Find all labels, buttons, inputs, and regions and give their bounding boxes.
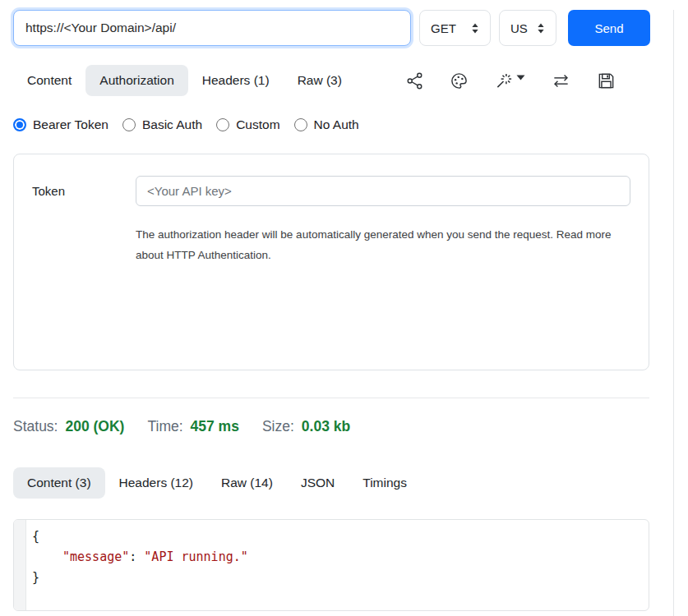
select-arrows-icon — [537, 23, 545, 34]
radio-checked-icon[interactable] — [13, 118, 26, 131]
share-icon[interactable] — [405, 71, 424, 90]
code-line: "message": "API running." — [26, 547, 649, 568]
tab-response-json[interactable]: JSON — [287, 467, 349, 499]
swap-arrows-icon[interactable] — [551, 71, 571, 90]
auth-option-label: Bearer Token — [33, 117, 109, 132]
request-tabs: Content Authorization Headers (1) Raw (3… — [13, 65, 356, 96]
select-arrows-icon — [471, 23, 479, 34]
save-icon[interactable] — [597, 71, 616, 90]
open-brace: { — [32, 529, 39, 544]
time-value: 457 ms — [191, 418, 239, 435]
auth-help-text: The authorization header will be automat… — [136, 224, 629, 265]
json-separator: : — [129, 549, 144, 564]
response-tabs: Content (3) Headers (12) Raw (14) JSON T… — [13, 467, 660, 499]
request-tabs-row: Content Authorization Headers (1) Raw (3… — [13, 65, 650, 96]
tab-raw[interactable]: Raw (3) — [284, 65, 356, 96]
radio-unchecked-icon[interactable] — [294, 118, 307, 131]
token-input[interactable] — [136, 176, 630, 206]
region-select[interactable]: US — [499, 10, 556, 46]
auth-option-custom[interactable]: Custom — [216, 117, 279, 132]
send-button[interactable]: Send — [568, 10, 650, 46]
section-divider — [13, 398, 649, 398]
tab-response-timings[interactable]: Timings — [349, 467, 421, 499]
radio-unchecked-icon[interactable] — [216, 118, 229, 131]
auth-option-label: Basic Auth — [142, 117, 202, 132]
response-body-editor[interactable]: { "message": "API running." } — [13, 519, 649, 611]
request-bar: GET US Send — [13, 10, 650, 46]
response-status-row: Status: 200 (OK) Time: 457 ms Size: 0.03… — [13, 418, 660, 435]
url-input[interactable] — [13, 10, 411, 46]
auth-option-label: No Auth — [314, 117, 359, 132]
code-line: } — [26, 568, 649, 588]
close-brace: } — [32, 570, 39, 585]
json-key: "message" — [62, 549, 129, 564]
tab-response-raw[interactable]: Raw (14) — [207, 467, 287, 499]
token-row: Token — [32, 176, 630, 206]
tab-content[interactable]: Content — [13, 65, 85, 96]
time-label: Time: — [147, 418, 182, 435]
tab-response-headers[interactable]: Headers (12) — [105, 467, 207, 499]
size-label: Size: — [262, 418, 294, 435]
token-label: Token — [32, 184, 136, 198]
rest-api-client: GET US Send Content Authorization Header… — [0, 10, 674, 616]
status-value: 200 (OK) — [65, 418, 124, 435]
editor-gutter — [14, 520, 26, 610]
request-toolbar — [405, 71, 616, 90]
json-value: "API running." — [144, 549, 247, 564]
auth-option-no-auth[interactable]: No Auth — [294, 117, 359, 132]
auth-option-label: Custom — [236, 117, 279, 132]
auth-option-bearer-token[interactable]: Bearer Token — [13, 117, 109, 132]
response-json-body: { "message": "API running." } — [26, 526, 649, 588]
radio-unchecked-icon[interactable] — [122, 118, 136, 131]
time-item: Time: 457 ms — [147, 418, 238, 435]
method-select[interactable]: GET — [419, 10, 491, 46]
palette-icon[interactable] — [450, 71, 469, 90]
method-select-value: GET — [431, 21, 456, 35]
tab-headers[interactable]: Headers (1) — [188, 65, 284, 96]
authorization-panel: Token The authorization header will be a… — [13, 154, 649, 370]
caret-down-icon — [516, 75, 525, 80]
auth-option-basic-auth[interactable]: Basic Auth — [122, 117, 202, 132]
size-item: Size: 0.03 kb — [262, 418, 350, 435]
tab-authorization[interactable]: Authorization — [85, 65, 187, 96]
code-line: { — [26, 526, 649, 547]
magic-wand-dropdown-icon[interactable] — [494, 71, 525, 90]
status-label: Status: — [13, 418, 58, 435]
size-value: 0.03 kb — [302, 418, 350, 435]
auth-type-options: Bearer Token Basic Auth Custom No Auth — [13, 117, 660, 132]
tab-response-content[interactable]: Content (3) — [13, 467, 105, 499]
region-select-value: US — [510, 21, 528, 35]
status-item: Status: 200 (OK) — [13, 418, 124, 435]
